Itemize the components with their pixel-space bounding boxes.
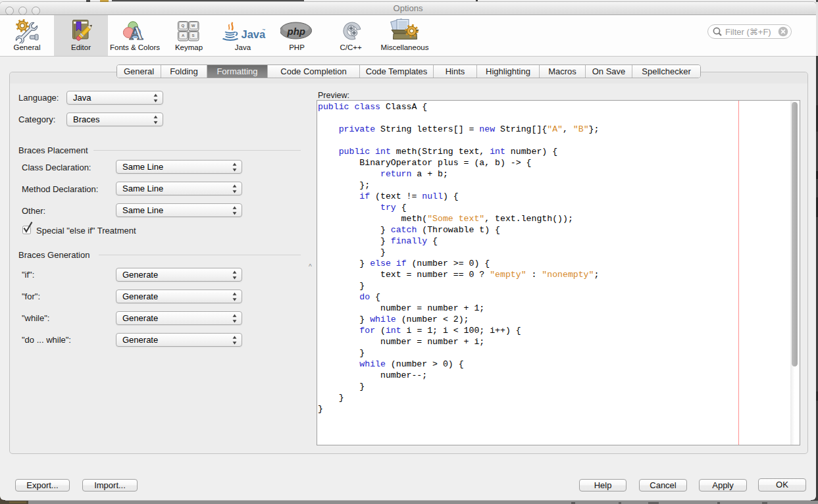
- svg-text:Q: Q: [182, 24, 185, 28]
- svg-text:~: ~: [262, 26, 265, 33]
- svg-text:W: W: [192, 24, 195, 28]
- svg-text:php: php: [287, 26, 306, 37]
- svg-text:S: S: [192, 34, 195, 38]
- svg-text:A: A: [182, 34, 185, 38]
- svg-text:A: A: [130, 22, 143, 43]
